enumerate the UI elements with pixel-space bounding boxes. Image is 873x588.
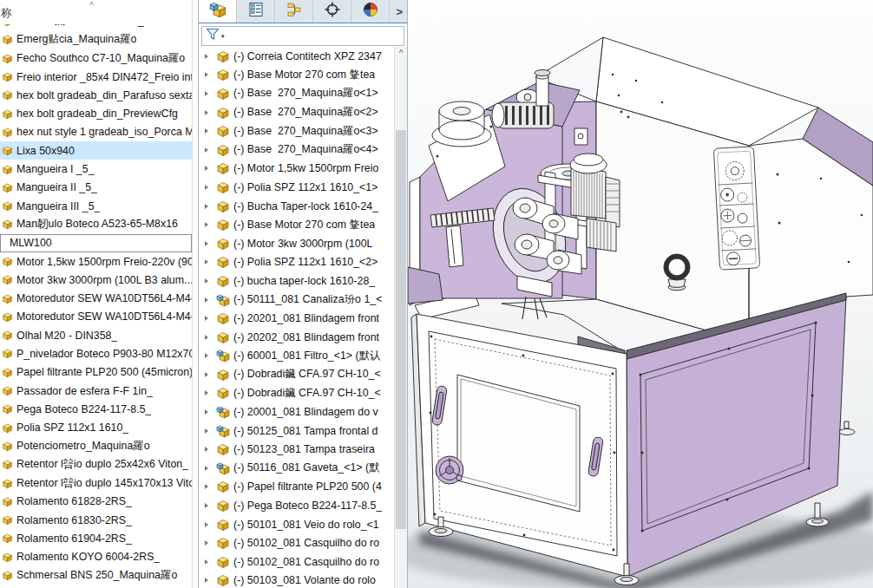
tree-item[interactable]: (-) 50111_081 Canaliza玢o 1_< [199,291,394,310]
expand-arrow-icon[interactable] [205,278,212,284]
tab-featuremanager[interactable] [199,0,237,23]
file-list-item[interactable]: Retentor l暜io duplo 25x42x6 Viton_ [0,455,192,474]
file-list-item[interactable]: Schmersal BNS 250_Maquina羅o [0,566,192,585]
file-list-item[interactable]: Motoredutor SEW WA10DT56L4-M4-... [0,289,192,307]
expand-arrow-icon[interactable] [205,447,212,452]
tree-item[interactable]: (-) 20202_081 Blindagem front [199,328,394,347]
tree-item[interactable]: (-) Dobradi鑶 CFA.97 CH-10_< [199,365,394,384]
tree-item[interactable]: (-) Base 270_Maquina羅o<2> [199,103,394,122]
file-list-item[interactable]: Fecho Southco C7-10_Maquina羅o [0,49,192,68]
file-list-item[interactable]: hex bolt gradeab_din_Parafuso sexta... [0,86,192,104]
expand-arrow-icon[interactable] [205,466,212,471]
expand-arrow-icon[interactable] [205,503,212,508]
expand-arrow-icon[interactable] [205,110,212,115]
file-list-item[interactable]: Motoredutor SEW WA10DT56L4-M4-... [0,308,192,326]
file-rename-input[interactable]: MLW100 [0,234,192,252]
expand-arrow-icon[interactable] [205,185,212,190]
file-list-item[interactable]: Polia SPZ 112x1 1610_ [0,419,192,437]
tree-item[interactable]: (-) 60001_081 Filtro_<1> (默认 [199,347,394,366]
expand-arrow-icon[interactable] [205,204,212,209]
tab-configurationmanager[interactable] [275,0,313,23]
tree-item[interactable]: (-) bucha taper-lock 1610-28_ [199,271,394,291]
expand-arrow-icon[interactable] [205,335,212,340]
tree-item[interactable]: (-) Polia SPZ 112x1 1610_<2> [199,253,394,272]
expand-arrow-icon[interactable] [205,241,212,246]
file-list-item[interactable]: Papel filtrante PLP20 500 (45micron)_... [0,363,192,382]
expand-arrow-icon[interactable] [205,147,212,153]
tree-item[interactable]: (-) Base 270_Maquina羅o<1> [199,84,394,103]
tree-item[interactable]: (-) Motor 1,5kw 1500rpm Freio [199,160,394,179]
3d-viewport[interactable] [408,0,873,588]
expand-arrow-icon[interactable] [205,316,212,321]
file-list-item[interactable]: Motor 1,5kw 1500rpm Freio-220v (90. [0,252,192,271]
tree-item[interactable]: (-) 50102_081 Casquilho do ro [199,533,394,552]
tree-item[interactable]: (-) Bucha Taper-lock 1610-24_ [199,197,394,216]
tree-item[interactable]: (-) 50123_081 Tampa traseira [199,440,394,459]
file-list-item[interactable]: Freio interior _85x4 DIN472_Freio int... [0,68,192,86]
expand-arrow-icon[interactable] [205,297,212,303]
tree-filter-input[interactable]: ▾ [201,26,404,46]
tree-item[interactable]: (-) Base 270_Maquina羅o<4> [199,140,394,160]
file-list-item[interactable]: Mangueira III _5_ [0,197,192,215]
file-list-item[interactable]: Potenciometro_Maquina羅o [0,437,192,455]
file-list-item[interactable]: Retentor l暜io duplo 145x170x13 Vito... [0,474,192,492]
funnel-caret-icon[interactable]: ▾ [221,33,225,40]
expand-arrow-icon[interactable] [205,540,212,546]
file-list-item[interactable]: Rolamento 61830-2RS_ [0,511,192,529]
tree-item[interactable]: (-) Base Motor 270 com 鞪tea [199,66,394,85]
expand-arrow-icon[interactable] [205,522,212,527]
tree-item[interactable]: (-) 50116_081 Gaveta_<1> (默 [199,459,394,478]
expand-arrow-icon[interactable] [205,390,212,395]
scrollbar-thumb[interactable] [396,130,406,529]
expand-arrow-icon[interactable] [205,128,212,134]
expand-arrow-icon[interactable] [205,428,212,434]
file-list-item[interactable]: Pega Boteco B224-117-8.5_ [0,400,192,418]
tree-item[interactable]: (-) Dobradi鑶 CFA.97 CH-10_< [199,384,394,403]
file-list-item[interactable]: hex nut style 1 gradeab_iso_Porca M... [0,123,192,141]
scroll-up-icon[interactable]: ^ [395,49,407,58]
file-list-item[interactable]: Olhal M20 - DIN358_ [0,326,192,344]
expand-arrow-icon[interactable] [205,372,212,377]
file-list-item[interactable]: Mangueira II _5_ [0,179,192,197]
expand-arrow-icon[interactable] [205,166,212,171]
expand-arrow-icon[interactable] [205,54,212,59]
tree-item[interactable]: (-) Correia Contitech XPZ 2347 [199,47,394,66]
tab-dimxpertmanager[interactable] [313,0,351,23]
tree-item[interactable]: (-) Polia SPZ 112x1 1610_<1> [199,178,394,197]
tree-item[interactable]: (-) Base 270_Maquina羅o<3> [199,121,394,140]
tree-item[interactable]: (-) 20201_081 Blindagem front [199,309,394,328]
file-list-item[interactable]: hex bolt gradeab_din_PreviewCfg [0,104,192,122]
file-list-item[interactable]: Man韌ulo Boteco A523-65-M8x16 [0,215,192,233]
tree-item[interactable]: (-) 20001_081 Blindagem do v [199,402,394,421]
file-list-column-header[interactable]: 称 ^ [0,0,192,24]
expand-arrow-icon[interactable] [205,353,212,358]
file-list-item[interactable]: Emerg贴cia_Maquina羅o [0,30,192,49]
tree-item[interactable]: (-) Base Motor 270 com 鞪tea [199,215,394,234]
tree-item[interactable]: (-) Papel filtrante PLP20 500 (4 [199,478,394,497]
expand-arrow-icon[interactable] [205,484,212,489]
expand-arrow-icon[interactable] [205,259,212,265]
tab-overflow-button[interactable]: > [390,0,407,23]
expand-arrow-icon[interactable] [205,578,212,583]
tree-item[interactable]: (-) 50102_081 Casquilho do ro [199,552,394,572]
file-list-item[interactable]: P_nivelador Boteco P903-80 M12x70 [0,344,192,363]
expand-arrow-icon[interactable] [205,222,212,227]
expand-arrow-icon[interactable] [205,91,212,96]
file-list-item[interactable]: Mangueira I _5_ [0,160,192,178]
tab-propertymanager[interactable] [237,0,275,23]
file-list-item[interactable]: Rolamento KOYO 6004-2RS_ [0,548,192,566]
tree-scrollbar[interactable]: ^ [394,47,407,588]
expand-arrow-icon[interactable] [205,409,212,415]
file-list-panel[interactable]: 称 ^ Dobradi鑶 CFA.97 CH-10_Emerg贴cia_Maqu… [0,0,193,588]
tree-item[interactable]: (-) Motor 3kw 3000rpm (100L [199,234,394,253]
tree-item[interactable]: (-) Pega Boteco B224-117-8.5_ [199,496,394,515]
file-list-item[interactable]: Rolamento 61904-2RS_ [0,529,192,547]
tree-item[interactable]: (-) 50125_081 Tampa frontal d [199,421,394,441]
expand-arrow-icon[interactable] [205,72,212,77]
file-list-item[interactable]: Rolamento 61828-2RS_ [0,493,192,511]
expand-arrow-icon[interactable] [205,559,212,565]
tree-item[interactable]: (-) 50103_081 Volante do rolo [199,572,394,588]
file-list-item[interactable]: Lixa 50x940 [0,141,192,160]
file-list-item[interactable]: Motor 3kw 3000rpm (100L B3 alum... [0,271,192,289]
file-list-item[interactable]: Passador de esfera F-F 1in_ [0,382,192,400]
